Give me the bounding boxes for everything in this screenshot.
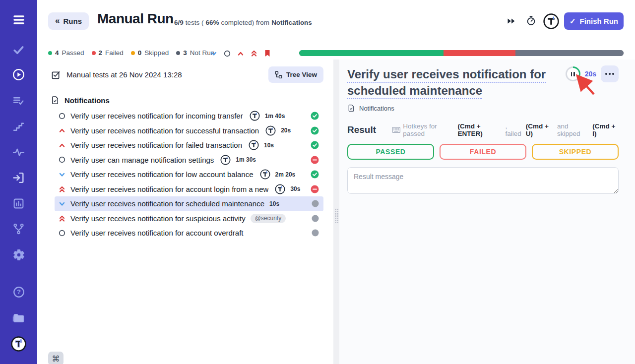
sidebar-item-checks[interactable] xyxy=(0,44,37,56)
status-not-run-icon xyxy=(312,215,319,222)
bar-chart-icon xyxy=(12,197,25,210)
breadcrumb[interactable]: Notifications xyxy=(347,104,619,112)
test-list-panel: Manual tests at 26 Nov 2024 13:28 Tree V… xyxy=(37,60,333,364)
completed-percent: 66% xyxy=(206,19,219,26)
help-icon: ? xyxy=(12,286,25,299)
pause-timer-button[interactable] xyxy=(566,66,580,81)
status-not-run-icon xyxy=(312,200,319,207)
run-title: Manual tests at 26 Nov 2024 13:28 xyxy=(66,70,182,79)
status-passed-icon xyxy=(311,170,319,179)
sidebar-item-projects[interactable] xyxy=(0,311,37,325)
test-row[interactable]: Verify user receives notification for ac… xyxy=(55,226,323,241)
priority-critical-icon xyxy=(59,215,65,222)
not-run-dot-icon xyxy=(176,51,180,55)
test-detail-title[interactable]: Verify user receives notification for sc… xyxy=(347,66,590,99)
sidebar-item-steps[interactable] xyxy=(0,121,37,133)
chevrons-up-icon xyxy=(251,50,257,57)
test-title: Verify user receives notification for su… xyxy=(70,126,259,135)
command-shortcuts-button[interactable]: ⌘ xyxy=(48,352,64,364)
fast-forward-button[interactable] xyxy=(507,18,515,24)
circle-icon xyxy=(224,50,231,57)
test-row[interactable]: Verify user receives notification for su… xyxy=(55,211,323,226)
skipped-button[interactable]: SKIPPED xyxy=(532,144,619,160)
test-detail-panel: Verify user receives notification for sc… xyxy=(339,60,635,364)
failed-button[interactable]: FAILED xyxy=(440,144,526,160)
test-row[interactable]: Verify user receives notification for ac… xyxy=(55,182,323,197)
sidebar-item-test-plans[interactable] xyxy=(0,95,37,107)
status-failed-icon xyxy=(311,185,319,193)
test-row[interactable]: Verify user receives notification for lo… xyxy=(55,167,323,182)
test-title: Verify user receives notification for su… xyxy=(70,214,246,223)
priority-normal-filter[interactable] xyxy=(224,50,231,57)
status-failed-icon xyxy=(311,156,319,164)
test-title: Verify user receives notification for sc… xyxy=(70,199,264,208)
status-passed-icon xyxy=(311,126,319,135)
status-passed-icon xyxy=(311,141,319,149)
priority-blocker-filter[interactable] xyxy=(264,50,271,57)
timer-value: 20s xyxy=(585,70,596,78)
keyboard-icon xyxy=(392,126,400,133)
tree-view-label: Tree View xyxy=(286,71,317,78)
status-not-run-icon xyxy=(312,229,319,237)
check-icon xyxy=(12,44,25,56)
run-progress-bar xyxy=(299,50,624,56)
finish-run-label: Finish Run xyxy=(580,17,619,25)
priority-normal-icon xyxy=(59,113,65,120)
passed-button[interactable]: PASSED xyxy=(347,144,434,160)
sidebar-item-help[interactable]: ? xyxy=(0,286,37,299)
stat-skipped: 0Skipped xyxy=(131,49,169,57)
panel-splitter[interactable] xyxy=(333,60,339,364)
priority-low-icon xyxy=(59,171,65,178)
sidebar: ? xyxy=(0,0,37,364)
test-duration: 10s xyxy=(264,142,274,149)
skipped-dot-icon xyxy=(131,51,135,55)
test-row[interactable]: Verify user can manage notification sett… xyxy=(55,153,323,168)
test-row-selected[interactable]: Verify user receives notification for sc… xyxy=(55,196,323,211)
menu-button[interactable] xyxy=(0,13,37,26)
test-row[interactable]: Verify user receives notification for fa… xyxy=(55,138,323,153)
test-row[interactable]: Verify user receives notification for in… xyxy=(55,109,323,123)
gear-icon xyxy=(12,248,25,261)
chevron-down-icon xyxy=(210,50,217,57)
test-duration: 2m 20s xyxy=(275,171,296,178)
suite-group-row[interactable]: Notifications xyxy=(37,89,333,109)
sidebar-item-settings[interactable] xyxy=(0,248,37,261)
testomat-logo-icon xyxy=(11,336,26,352)
timer-button[interactable] xyxy=(525,15,537,26)
automated-test-icon xyxy=(249,140,259,150)
tree-view-button[interactable]: Tree View xyxy=(268,66,323,83)
svg-text:?: ? xyxy=(17,288,21,296)
sidebar-item-analytics[interactable] xyxy=(0,197,37,210)
result-message-input[interactable] xyxy=(347,167,619,194)
sidebar-item-runs[interactable] xyxy=(0,68,37,81)
priority-low-filter[interactable] xyxy=(210,50,217,57)
test-duration: 30s xyxy=(290,185,300,192)
sidebar-item-activity[interactable] xyxy=(0,146,37,159)
priority-critical-filter[interactable] xyxy=(251,50,257,57)
automated-test-icon xyxy=(265,125,276,136)
app-logo-button[interactable] xyxy=(543,13,559,29)
priority-critical-icon xyxy=(59,185,65,193)
test-duration: 1m 40s xyxy=(265,113,285,120)
page-title: Manual Run xyxy=(97,11,174,27)
stat-failed: 2Failed xyxy=(92,49,124,57)
sidebar-item-import[interactable] xyxy=(0,172,37,184)
sidebar-logo[interactable] xyxy=(0,336,37,352)
back-to-runs-button[interactable]: « Runs xyxy=(48,12,89,30)
hamburger-icon xyxy=(12,13,26,26)
folder-icon xyxy=(12,311,25,325)
finish-run-button[interactable]: ✓ Finish Run xyxy=(564,12,624,30)
passed-dot-icon xyxy=(48,51,52,55)
verdict-buttons: PASSED FAILED SKIPPED xyxy=(347,144,619,160)
progress-passed-segment xyxy=(299,50,444,56)
test-row[interactable]: Verify user receives notification for su… xyxy=(55,123,323,138)
timer-group: 20s xyxy=(566,65,619,82)
more-options-button[interactable] xyxy=(601,65,619,82)
sidebar-item-branches[interactable] xyxy=(0,223,37,235)
automated-test-icon xyxy=(275,184,285,194)
tests-ratio: 6/9 xyxy=(174,19,184,26)
run-title-row: Manual tests at 26 Nov 2024 13:28 xyxy=(51,69,182,80)
test-duration: 1m 30s xyxy=(236,156,256,163)
stairs-icon xyxy=(12,121,25,133)
priority-high-filter[interactable] xyxy=(237,50,244,57)
